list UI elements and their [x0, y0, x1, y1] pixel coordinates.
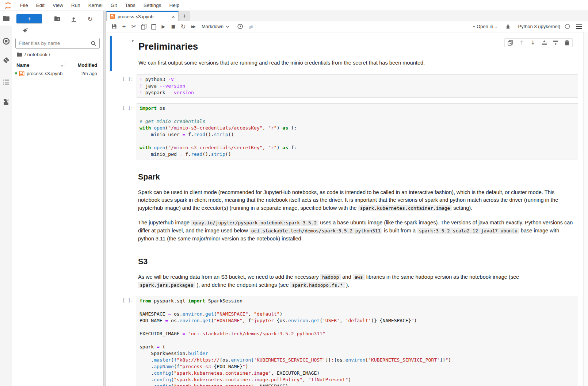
git-toolbar-label: git — [249, 24, 253, 29]
notebook-scroll-area[interactable]: ↑ ↓ ▾PreliminariesWe can first output so… — [106, 32, 588, 386]
cell-1-code[interactable]: [ ]:! python3 -V! java --version! pyspar… — [110, 74, 578, 100]
menu-item-help[interactable]: Help — [165, 1, 183, 10]
refresh-files-button[interactable]: ↻ — [86, 15, 94, 23]
sidebar-tab-extensions[interactable] — [0, 96, 12, 108]
jupyterlab-window: File Edit View Run Kernel Git Tabs Setti… — [0, 0, 588, 386]
cell-5-code[interactable]: [ ]:from pyspark.sql import SparkSession… — [110, 296, 578, 386]
upload-button[interactable] — [70, 15, 78, 23]
file-name: process-s3.ipynb — [27, 71, 62, 76]
cell-prompt: [ ]: — [110, 74, 137, 100]
breadcrumb-path[interactable]: / notebook / — [24, 52, 50, 57]
refresh-icon: ↻ — [88, 15, 93, 23]
file-listing-header: Name ▴ Modified — [12, 61, 103, 69]
restart-run-all-button[interactable]: ▶▶ — [188, 22, 198, 31]
execution-time-button[interactable] — [235, 22, 245, 31]
code-editor[interactable]: ! python3 -V! java --version! pyspark --… — [137, 74, 578, 98]
cell-2-code[interactable]: [ ]:import os # get minio credentialswit… — [110, 103, 578, 162]
sidebar-tab-files[interactable] — [0, 11, 12, 26]
code-editor[interactable]: import os # get minio credentialswith op… — [137, 103, 578, 159]
duplicate-cell-button[interactable] — [507, 39, 513, 46]
menu-item-view[interactable]: View — [49, 1, 67, 10]
save-button[interactable] — [109, 22, 119, 31]
insert-cell-below-button[interactable] — [552, 39, 559, 46]
menu-item-kernel[interactable]: Kernel — [84, 1, 107, 10]
activity-bar — [0, 11, 12, 386]
markdown-paragraph: We can first output some versions that a… — [138, 59, 576, 67]
debugger-button[interactable] — [503, 22, 513, 31]
new-launcher-button[interactable]: + — [16, 14, 42, 23]
insert-cell-button[interactable]: + — [119, 22, 129, 31]
code-editor[interactable]: from pyspark.sql import SparkSession NAM… — [137, 296, 578, 386]
kernel-name[interactable]: Python 3 (ipykernel) — [518, 24, 560, 29]
new-folder-button[interactable] — [53, 15, 62, 23]
markdown-paragraph: The jupyterhub image quay.io/jupyter/pys… — [138, 219, 577, 243]
sidebar-tab-toc[interactable] — [0, 76, 12, 88]
sort-ascending-icon: ▴ — [61, 63, 63, 67]
menu-item-edit[interactable]: Edit — [32, 1, 49, 10]
fast-forward-icon: ▶▶ — [191, 24, 195, 28]
cell-prompt: [ ]: — [110, 103, 137, 162]
git-icon — [3, 57, 10, 64]
file-modified: 2m ago — [81, 71, 103, 76]
kernel-status-icon[interactable] — [565, 24, 570, 29]
menu-item-file[interactable]: File — [16, 1, 32, 10]
cell-collapser-icon[interactable]: ▾ — [131, 39, 134, 43]
markdown-heading: Spark — [138, 173, 577, 182]
file-row[interactable]: process-s3.ipynb 2m ago — [12, 69, 103, 77]
delete-cell-button[interactable] — [564, 39, 570, 46]
open-in-dropdown[interactable]: ▾ Open in... — [473, 24, 497, 29]
close-tab-icon[interactable]: × — [172, 14, 175, 19]
bug-icon — [505, 24, 511, 30]
cell-type-dropdown[interactable]: Markdown — [202, 24, 229, 29]
interrupt-kernel-button[interactable]: ■ — [168, 22, 178, 31]
code-cell-content: import os # get minio credentialswith op… — [137, 103, 578, 162]
new-tab-button[interactable]: + — [179, 11, 190, 21]
menu-item-git[interactable]: Git — [107, 1, 121, 10]
chevron-down-icon — [226, 26, 229, 28]
menu-item-tabs[interactable]: Tabs — [121, 1, 140, 10]
filter-files-input[interactable] — [19, 40, 91, 46]
puzzle-icon — [3, 99, 9, 105]
menu-item-settings[interactable]: Settings — [140, 1, 165, 10]
run-cell-button[interactable]: ▶ — [159, 22, 168, 31]
copy-cells-button[interactable] — [139, 22, 149, 31]
cell-gutter — [110, 250, 137, 293]
tab-process-s3[interactable]: process-s3.ipynb × — [106, 11, 179, 21]
insert-cell-above-button[interactable] — [541, 39, 547, 46]
column-header-modified[interactable]: Modified — [65, 62, 103, 68]
plus-icon: + — [27, 15, 31, 23]
main-dock-panel: process-s3.ipynb × + + ✂ ▶ — [106, 11, 588, 386]
notebook-file-icon — [19, 71, 24, 76]
move-cell-down-button[interactable]: ↓ — [530, 39, 536, 46]
sidebar-tab-git[interactable] — [0, 54, 12, 66]
menu-bar: File Edit View Run Kernel Git Tabs Setti… — [0, 0, 588, 11]
cut-cells-button[interactable]: ✂ — [129, 22, 139, 31]
cell-gutter: ▾ — [110, 36, 137, 71]
running-kernels-icon — [3, 38, 10, 45]
clock-icon — [237, 24, 243, 29]
restart-kernel-button[interactable]: ↻ — [178, 22, 188, 31]
scrollbar[interactable] — [583, 32, 588, 386]
column-header-name[interactable]: Name ▴ — [12, 62, 65, 68]
home-folder-icon[interactable] — [16, 52, 22, 57]
tab-label: process-s3.ipynb — [118, 14, 169, 19]
markdown-cell-content: S3As we will be reading data from an S3 … — [137, 250, 578, 293]
move-cell-up-button[interactable]: ↑ — [518, 39, 525, 46]
git-clone-row — [12, 25, 103, 35]
sidebar-tab-running[interactable] — [0, 35, 12, 47]
menu-item-run[interactable]: Run — [67, 1, 84, 10]
paste-cells-button[interactable] — [149, 22, 159, 31]
panel-resizer[interactable] — [103, 11, 106, 386]
toolbar-overflow-menu[interactable] — [574, 22, 584, 31]
file-browser-toolbar: + ↻ — [12, 11, 103, 25]
running-status-dot — [15, 72, 17, 74]
search-icon — [91, 40, 96, 46]
git-clone-button[interactable] — [22, 27, 29, 34]
markdown-paragraph: Spark can be used in client mode (recomm… — [138, 189, 577, 212]
file-browser-panel: + ↻ — [12, 11, 103, 386]
markdown-heading: S3 — [138, 257, 577, 266]
cell-4-markdown[interactable]: S3As we will be reading data from an S3 … — [110, 250, 578, 293]
cell-3-markdown[interactable]: SparkSpark can be used in client mode (r… — [110, 165, 578, 247]
tab-bar: process-s3.ipynb × + — [106, 11, 588, 21]
markdown-cell-content: SparkSpark can be used in client mode (r… — [137, 165, 578, 247]
